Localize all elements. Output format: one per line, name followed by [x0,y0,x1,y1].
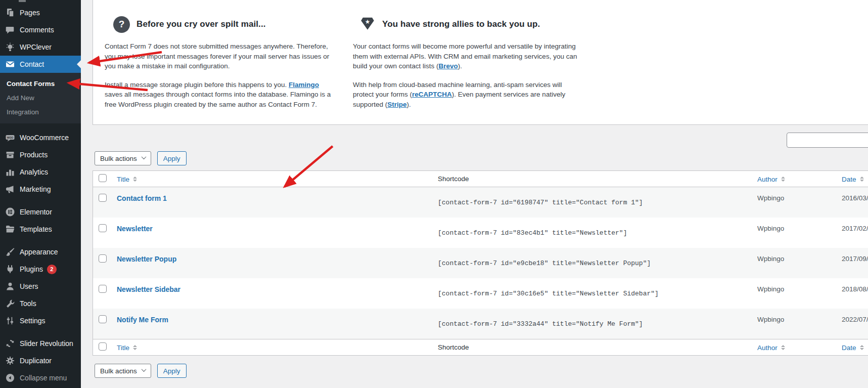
sidebar-item-marketing[interactable]: Marketing [0,181,81,198]
sidebar-item-plugins[interactable]: Plugins 2 [0,261,81,278]
table-row: Notify Me Form [contact-form-7 id="3332a… [93,309,868,339]
row-checkbox[interactable] [99,194,107,202]
sort-by-date[interactable]: Date [838,176,864,183]
welcome-panel-right-column: ★ You have strong allies to back you up.… [353,16,601,109]
shortcode-cell[interactable]: [contact-form-7 id="e9cbe18" title="News… [432,248,754,278]
panel-paragraph: With help from cloud-based machine learn… [353,80,584,110]
submenu-item-contact-forms[interactable]: Contact Forms [0,76,81,91]
stripe-link[interactable]: Stripe [387,101,406,108]
sidebar-item-label: Templates [20,225,52,233]
date-cell: 2017/09/2 [838,248,868,278]
woocommerce-icon: WOO [5,133,15,143]
sidebar-item-analytics[interactable]: Analytics [0,163,81,181]
shortcode-cell[interactable]: [contact-form-7 id="3332a44" title="Noti… [432,309,754,339]
paintbrush-icon [5,247,15,257]
sort-by-author[interactable]: Author [754,176,785,183]
table-row: Newsletter Sidebar [contact-form-7 id="3… [93,278,868,309]
chevron-down-icon [141,154,146,159]
main-content: ? Before you cry over spilt mail... Cont… [81,0,868,388]
svg-text:★: ★ [365,18,371,25]
sidebar-item-tools[interactable]: Tools [0,295,81,312]
sidebar-item-contact[interactable]: Contact [0,56,81,73]
svg-text:WOO: WOO [7,136,14,139]
date-cell: 2018/08/0 [838,278,868,309]
sidebar-item-wpclever[interactable]: WPClever [0,38,81,56]
sidebar-item-settings[interactable]: Settings [0,312,81,329]
sidebar-item-products[interactable]: Products [0,146,81,163]
apply-button[interactable]: Apply [157,364,187,378]
apply-button[interactable]: Apply [157,151,187,165]
sidebar-item-comments[interactable]: Comments [0,21,81,38]
sidebar-item-label: Elementor [20,208,52,216]
row-checkbox[interactable] [99,224,107,232]
contact-forms-table: Title Shortcode Author Date Contact form… [93,170,868,356]
shortcode-cell[interactable]: [contact-form-7 id="6198747" title="Cont… [432,187,754,218]
sidebar-item-label: Tools [20,299,36,308]
submenu-item-add-new[interactable]: Add New [0,91,81,105]
admin-sidebar: Pages Comments WPClever Contact Contact … [0,0,81,388]
sidebar-item-pages[interactable]: Pages [0,4,81,21]
sidebar-item-label: Analytics [20,168,48,176]
form-title-link[interactable]: Newsletter Popup [117,255,176,263]
collapse-menu-label: Collapse menu [20,374,67,382]
sidebar-item-appearance[interactable]: Appearance [0,243,81,261]
shortcode-cell[interactable]: [contact-form-7 id="30c16e5" title="News… [432,278,754,309]
contact-submenu: Contact Forms Add New Integration [0,73,81,123]
bulk-actions-select[interactable]: Bulk actions [95,151,151,165]
recaptcha-link[interactable]: reCAPTCHA [412,91,452,98]
row-checkbox[interactable] [99,254,107,263]
sort-by-author[interactable]: Author [754,344,785,352]
slider-revolution-icon [5,338,15,349]
sort-by-title[interactable]: Title [113,344,137,352]
sort-by-date[interactable]: Date [838,344,864,352]
sort-icon [133,345,137,350]
menu-separator [0,198,81,203]
date-cell: 2022/07/1 [838,309,868,339]
sort-by-title[interactable]: Title [113,176,137,183]
sidebar-item-elementor[interactable]: Elementor [0,203,81,221]
select-all-checkbox[interactable] [99,342,107,351]
flamingo-link[interactable]: Flamingo [289,81,319,89]
row-checkbox[interactable] [99,315,107,323]
panel-paragraph: Your contact forms will become more powe… [353,41,584,71]
submenu-item-integration[interactable]: Integration [0,105,81,119]
sidebar-item-label: WooCommerce [20,134,69,142]
select-all-checkbox[interactable] [99,174,107,182]
sidebar-item-templates[interactable]: Templates [0,221,81,238]
brevo-link[interactable]: Brevo [439,62,458,70]
form-title-link[interactable]: Newsletter [117,225,153,233]
user-icon [5,281,15,291]
form-title-link[interactable]: Contact form 1 [117,194,167,202]
welcome-panel-left-column: ? Before you cry over spilt mail... Cont… [105,16,353,109]
table-footer-row: Title Shortcode Author Date [93,339,868,355]
sidebar-item-label: Plugins [20,265,43,273]
sidebar-item-label: Contact [20,60,44,68]
sliders-icon [5,316,15,326]
sidebar-item-label: Settings [20,317,45,325]
elementor-icon [5,207,15,217]
form-title-link[interactable]: Notify Me Form [117,316,168,324]
shortcode-cell[interactable]: [contact-form-7 id="83ec4b1" title="News… [432,218,754,248]
sidebar-item-woocommerce[interactable]: WOO WooCommerce [0,129,81,146]
row-checkbox[interactable] [99,285,107,293]
collapse-menu-button[interactable]: Collapse menu [0,369,81,386]
comments-icon [5,25,15,35]
pages-icon [5,8,15,18]
sort-icon [781,177,785,182]
analytics-icon [5,167,15,177]
mail-icon [5,59,15,69]
sidebar-item-slider-revolution[interactable]: Slider Revolution [0,335,81,352]
date-cell: 2016/03/1 [838,187,868,218]
collapse-icon [5,373,15,383]
author-cell: Wpbingo [754,309,838,339]
sidebar-item-users[interactable]: Users [0,278,81,295]
products-icon [5,150,15,160]
sidebar-item-label: Comments [20,26,54,34]
sidebar-item-label: Duplicator [20,357,52,365]
sidebar-item-duplicator[interactable]: Duplicator [0,352,81,369]
search-forms-input[interactable] [787,133,868,148]
plug-icon [5,264,15,274]
form-title-link[interactable]: Newsletter Sidebar [117,285,180,293]
bulk-actions-select[interactable]: Bulk actions [95,364,151,378]
sidebar-item-label: Marketing [20,185,51,193]
